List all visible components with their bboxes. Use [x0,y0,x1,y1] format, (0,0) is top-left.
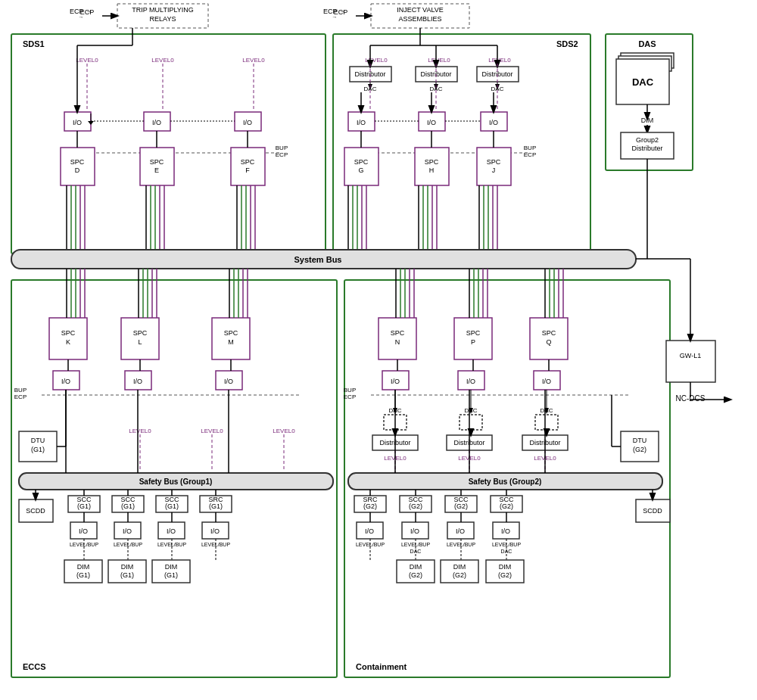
dtu-g2-label: DTU [633,437,647,444]
io-q: I/O [542,378,551,385]
eccs-label: ECCS [23,662,46,671]
spc-n-label2: N [395,338,400,346]
spc-d-label2: D [75,166,80,174]
src-g1-label2: (G1) [209,502,223,510]
bup-ecp-sds2-2: ECP [524,151,536,158]
spc-d-label: SPC [70,158,85,166]
dim-g2-3-label: DIM [499,563,512,571]
bup-ecp-sds2: BUP [524,145,536,151]
dac-das-label: DAC [632,76,654,88]
spc-g-label: SPC [354,158,369,166]
scc-g2-3-label2: (G2) [500,502,513,510]
io-m: I/O [224,378,233,385]
spc-n-label: SPC [391,329,405,337]
dim-g2-2-label2: (G2) [453,571,466,579]
dtu-g1-label: DTU [31,437,45,444]
io-scc-g2-3: I/O [501,527,510,535]
svg-rect-180 [535,415,558,430]
trip-relays-label2: RELAYS [150,15,176,23]
sds1-label: SDS1 [23,39,45,48]
spc-l-label2: L [138,338,142,346]
sds2-label: SDS2 [556,39,578,48]
dim-g2-1-label2: (G2) [409,571,422,579]
io-scc-g1-1: I/O [79,527,88,535]
spc-k-label2: K [66,338,70,346]
bup-ecp-eccs-2: ECP [14,394,26,400]
gw-l1-label: GW-L1 [680,352,701,359]
level0-eccs-3: LEVEL0 [273,428,295,434]
level0-eccs-2: LEVEL0 [201,428,223,434]
level0-sds2-2: LEVEL0 [428,57,450,64]
bup-ecp-cont-2: ECP [344,394,356,400]
spc-m-label2: M [228,338,234,346]
spc-l-label: SPC [133,329,148,337]
spc-q-label2: Q [546,338,551,346]
spc-j-label: SPC [487,158,501,166]
spc-k-label: SPC [61,329,76,337]
spc-p-label2: P [471,338,475,346]
svg-rect-178 [459,415,482,430]
das-label: DAS [638,39,656,48]
spc-g-label2: G [358,166,363,174]
scc-g2-1-label2: (G2) [409,502,422,510]
spc-q-label: SPC [542,329,556,337]
spc-m-label: SPC [224,329,238,337]
src-g2-label2: (G2) [363,502,377,510]
dim-g1-1-label2: (G1) [76,571,90,579]
dim-g2-3-label2: (G2) [498,571,512,579]
safety-bus-g1-label: Safety Bus (Group1) [139,478,213,486]
containment-label: Containment [356,662,407,671]
system-bus-label: System Bus [294,255,342,264]
dim-g1-3-label2: (G1) [164,571,178,579]
dim-g1-2-label2: (G1) [120,571,134,579]
level0-sds1-3: LEVEL0 [242,57,265,64]
safety-bus-g2-label: Safety Bus (Group2) [469,478,542,486]
spc-h-label2: H [429,166,435,174]
scc-g1-1-label2: (G1) [77,502,91,510]
inject-valve-label: INJECT VALVE [397,6,444,14]
scc-g1-3-label2: (G1) [165,502,179,510]
svg-rect-6 [11,34,326,254]
dim-g1-2-label: DIM [121,563,134,571]
io-n: I/O [391,378,400,385]
io-l: I/O [133,378,142,385]
dtu-g2-label2: (G2) [633,446,646,453]
svg-text:→: → [79,14,84,20]
trip-relays-label: TRIP MULTIPLYING [132,6,194,14]
ecp2-text: ECP → [323,8,346,15]
io-f: I/O [243,119,252,126]
scdd-eccs-label: SCDD [26,507,45,515]
bup-ecp-cont: BUP [344,387,356,394]
level0-sds2-1: LEVEL0 [365,57,388,64]
bup-ecp-sds1-2: ECP [276,151,288,158]
group2-dist-label2: Distributer [631,145,662,152]
io-scc-g1-3: I/O [167,527,176,535]
io-d: I/O [73,119,82,126]
io-p: I/O [466,378,475,385]
ecp1-text: ECP → [70,8,92,15]
io-k: I/O [61,378,70,385]
dtu-g1-label2: (G1) [31,446,45,453]
io-src-g2: I/O [365,527,374,535]
spc-j-label2: J [492,166,496,174]
io-e: I/O [152,119,161,126]
level0-sds1-2: LEVEL0 [151,57,174,64]
svg-rect-223 [666,341,715,382]
dim-g2-2-label: DIM [453,563,466,571]
inject-valve-label2: ASSEMBLIES [398,15,441,23]
io-scc-g2-1: I/O [410,527,419,535]
spc-p-label: SPC [466,329,481,337]
level0-eccs-1: LEVEL0 [129,428,151,434]
io-scc-g1-2: I/O [123,527,132,535]
io-h: I/O [427,119,436,126]
svg-text:→: → [332,14,338,20]
bup-ecp-sds1: BUP [276,145,288,151]
dim-g2-1-label: DIM [410,563,422,571]
spc-e-label2: E [154,166,159,174]
spc-h-label: SPC [425,158,439,166]
dim-g1-3-label: DIM [165,563,178,571]
diagram-container: TRIP MULTIPLYING RELAYS ECP → INJECT VAL… [0,0,757,700]
dim-g1-1-label: DIM [77,563,90,571]
bup-ecp-eccs: BUP [14,387,26,394]
io-g: I/O [357,119,366,126]
